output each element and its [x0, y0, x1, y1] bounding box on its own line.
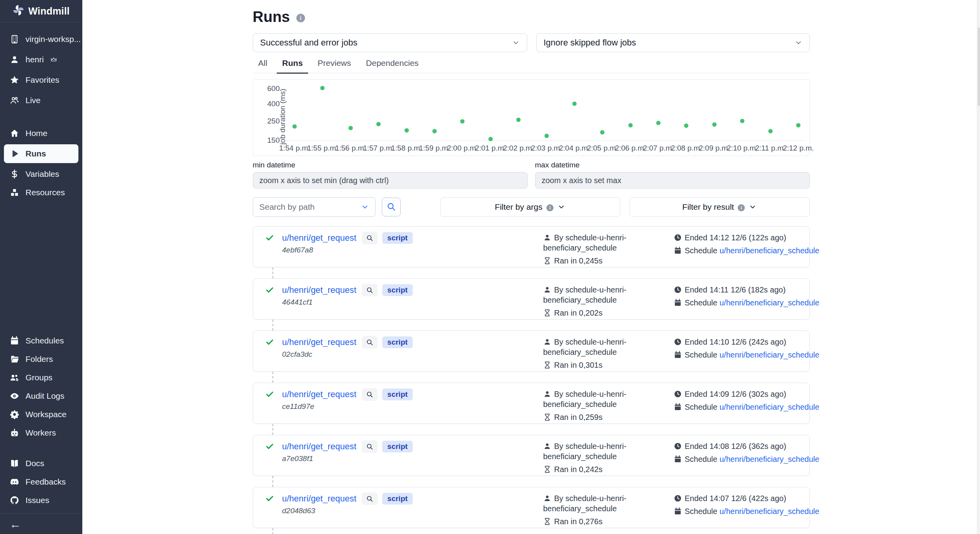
run-ended-time: Ended 14:12 12/6 (122s ago) [674, 232, 820, 243]
chart-plot-area[interactable]: 6004002501501:54 p.m.1:55 p.m.1:56 p.m.1… [285, 86, 805, 141]
hourglass-icon [543, 465, 551, 473]
cubes-icon [9, 187, 20, 198]
page-title: Runs [253, 9, 290, 25]
schedule-link[interactable]: u/henri/beneficiary_schedule [719, 351, 819, 359]
sidebar-item-workspace-selector[interactable]: virgin-worksp... [4, 32, 78, 47]
run-path-link[interactable]: u/henri/get_request [282, 285, 357, 295]
run-triggered-by: By schedule-u-henri-beneficiary_schedule [543, 337, 653, 357]
min-datetime-input[interactable] [253, 172, 528, 189]
run-path-link[interactable]: u/henri/get_request [282, 441, 357, 452]
run-path-link[interactable]: u/henri/get_request [282, 389, 357, 400]
run-duration: Ran in 0,276s [543, 516, 653, 527]
chart-x-tick: 1:56 p.m. [335, 144, 366, 153]
run-inspect-button[interactable] [362, 232, 377, 244]
sidebar-item-docs[interactable]: Docs [4, 456, 78, 471]
sidebar-item-schedules[interactable]: Schedules [4, 333, 78, 348]
sidebar-item-folders[interactable]: Folders [4, 352, 78, 367]
chart-x-tick: 2:12 p.m. [783, 144, 814, 153]
job-kind-select[interactable]: Successful and error jobs [253, 33, 527, 52]
sidebar-item-live[interactable]: Live [4, 93, 78, 108]
run-inspect-button[interactable] [362, 388, 377, 401]
sidebar-item-label: Docs [25, 459, 44, 468]
min-datetime-label: min datetime [253, 161, 528, 169]
scrollbar-thumb[interactable] [978, 27, 980, 106]
schedule-link[interactable]: u/henri/beneficiary_schedule [719, 246, 819, 255]
sidebar-item-label: Feedbacks [25, 477, 66, 487]
run-path-link[interactable]: u/henri/get_request [282, 233, 357, 243]
run-card[interactable]: u/henri/get_request script 02cfa3dc By s… [253, 331, 810, 372]
run-inspect-button[interactable] [362, 284, 377, 296]
tab-previews[interactable]: Previews [312, 58, 356, 74]
scrollbar[interactable] [977, 0, 980, 534]
sidebar-item-user-menu[interactable]: henri [4, 52, 78, 67]
sidebar-item-audit-logs[interactable]: Audit Logs [4, 389, 78, 403]
sidebar-item-runs[interactable]: Runs [4, 144, 78, 163]
filter-by-args-label: Filter by args [495, 202, 542, 212]
run-inspect-button[interactable] [362, 336, 377, 349]
sidebar-item-label: Issues [25, 496, 49, 505]
app-logo[interactable]: Windmill [0, 0, 82, 22]
run-schedule: Schedule u/henri/beneficiary_schedule [674, 350, 820, 360]
run-inspect-button[interactable] [362, 440, 377, 453]
run-schedule: Schedule u/henri/beneficiary_schedule [674, 506, 820, 516]
schedule-link[interactable]: u/henri/beneficiary_schedule [719, 298, 819, 307]
run-card[interactable]: u/henri/get_request script a7e038f1 By s… [253, 435, 810, 476]
max-datetime-input[interactable] [535, 172, 810, 189]
sidebar-item-variables[interactable]: Variables [4, 167, 78, 182]
tab-runs[interactable]: Runs [277, 58, 309, 74]
collapse-sidebar-icon[interactable]: ← [9, 518, 21, 530]
clock-icon [674, 390, 682, 398]
chevron-down-icon [361, 203, 369, 211]
chart-y-tick: 400 [267, 100, 280, 108]
sidebar-item-workers[interactable]: Workers [4, 425, 78, 440]
sidebar-item-home[interactable]: Home [4, 126, 78, 141]
sidebar-item-issues[interactable]: Issues [4, 493, 78, 508]
tab-dependencies[interactable]: Dependencies [361, 58, 424, 74]
folder-icon [9, 354, 20, 364]
run-duration: Ran in 0,202s [543, 308, 653, 318]
tab-all[interactable]: All [253, 58, 273, 74]
flow-filter-select[interactable]: Ignore skipped flow jobs [536, 33, 810, 52]
run-card[interactable]: u/henri/get_request script ce11d97e By s… [253, 383, 810, 424]
run-schedule: Schedule u/henri/beneficiary_schedule [674, 402, 820, 412]
run-id: ce11d97e [282, 402, 543, 411]
run-inspect-button[interactable] [362, 492, 377, 505]
dollar-icon [9, 169, 20, 179]
run-schedule: Schedule u/henri/beneficiary_schedule [674, 298, 820, 308]
run-path-link[interactable]: u/henri/get_request [282, 337, 357, 347]
run-card[interactable]: u/henri/get_request script d2048d63 By s… [253, 487, 810, 528]
run-id: 4ebf67a8 [282, 246, 543, 254]
sidebar-item-groups[interactable]: Groups [4, 370, 78, 385]
clock-icon [674, 286, 682, 294]
run-duration: Ran in 0,301s [543, 360, 653, 370]
filter-by-result-button[interactable]: Filter by result [630, 197, 810, 217]
home-icon [9, 128, 20, 138]
user-icon [543, 442, 551, 450]
sidebar-item-feedbacks[interactable]: Feedbacks [4, 474, 78, 489]
run-connector-line [272, 476, 273, 487]
run-path-link[interactable]: u/henri/get_request [282, 494, 357, 504]
sidebar-item-resources[interactable]: Resources [4, 185, 78, 200]
run-kind-badge: script [382, 389, 413, 400]
filter-by-args-button[interactable]: Filter by args [440, 197, 620, 217]
schedule-link[interactable]: u/henri/beneficiary_schedule [719, 507, 819, 516]
search-button[interactable] [382, 198, 401, 216]
sidebar-item-label: Workers [25, 428, 56, 438]
run-card[interactable]: u/henri/get_request script 46441cf1 By s… [253, 278, 810, 320]
run-kind-badge: script [382, 493, 413, 505]
run-id: 02cfa3dc [282, 350, 543, 359]
sidebar-item-label: virgin-worksp... [25, 35, 81, 44]
sidebar-item-workspace[interactable]: Workspace [4, 407, 78, 422]
runs-info-icon[interactable] [296, 14, 305, 22]
schedule-link[interactable]: u/henri/beneficiary_schedule [719, 455, 819, 463]
calendar-icon [674, 247, 682, 254]
chart-data-point [740, 119, 744, 123]
search-by-path-select[interactable]: Search by path [253, 197, 376, 217]
schedule-link[interactable]: u/henri/beneficiary_schedule [719, 403, 819, 411]
sidebar-item-favorites[interactable]: Favorites [4, 73, 78, 87]
chart-x-tick: 2:10 p.m. [727, 144, 758, 153]
search-icon [387, 202, 396, 213]
building-icon [9, 34, 20, 44]
sidebar-account-group: virgin-worksp...henriFavoritesLive [0, 32, 82, 108]
run-card[interactable]: u/henri/get_request script 4ebf67a8 By s… [253, 226, 810, 267]
